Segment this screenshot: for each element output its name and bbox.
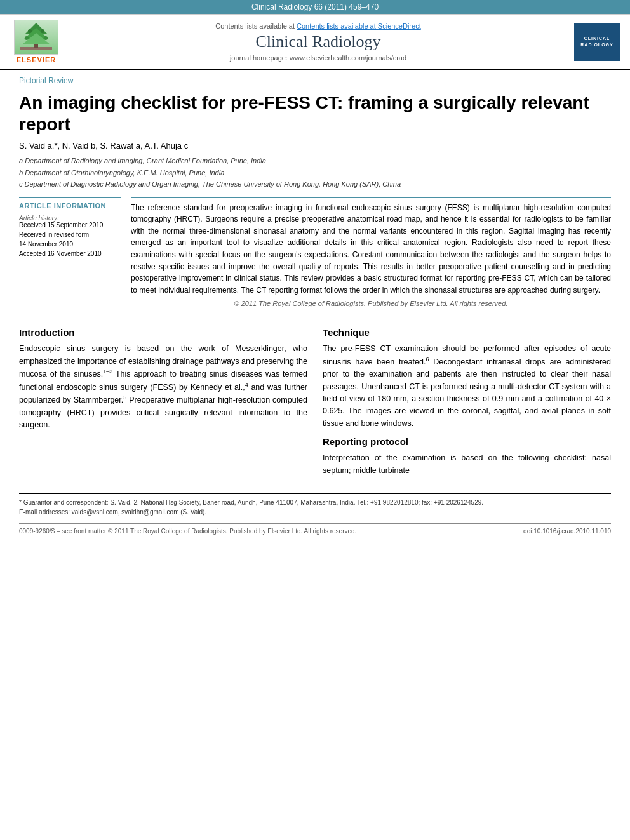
the-word-2: the (502, 453, 513, 462)
guarantor-note: * Guarantor and correspondent: S. Vaid, … (19, 498, 611, 507)
copyright-line: © 2011 The Royal College of Radiologists… (131, 300, 611, 307)
journal-header: ELSEVIER Contents lists available at Con… (0, 14, 630, 70)
footer-notes: * Guarantor and correspondent: S. Vaid, … (19, 493, 611, 517)
article-history-label: Article history: (19, 215, 121, 222)
main-body: Introduction Endoscopic sinus surgery is… (0, 314, 630, 541)
logo-line2: RADIOLOGY (580, 42, 613, 48)
elsevier-tree-svg (17, 22, 55, 53)
article-title: An imaging checklist for pre-FESS CT: fr… (19, 92, 611, 135)
elsevier-logo: ELSEVIER (8, 20, 65, 63)
introduction-heading: Introduction (19, 327, 307, 338)
article-type-label: Pictorial Review (19, 76, 611, 88)
footer-bottom-bar: 0009-9260/$ – see front matter © 2011 Th… (19, 523, 611, 535)
science-direct-link-text[interactable]: Contents lists available at ScienceDirec… (297, 22, 421, 30)
affiliations: a Department of Radiology and Imaging, G… (19, 156, 611, 190)
abstract-text: The reference standard for preoperative … (131, 202, 611, 297)
journal-citation-text: Clinical Radiology 66 (2011) 459–470 (251, 3, 379, 11)
right-body-column: Technique The pre-FESS CT examination sh… (323, 324, 611, 483)
elsevier-tree-icon (14, 20, 58, 55)
reporting-protocol-heading: Reporting protocol (323, 436, 611, 447)
article-info-abstract: ARTICLE INFORMATION Article history: Rec… (19, 197, 611, 308)
affiliation-c: c Department of Diagnostic Radiology and… (19, 179, 611, 190)
article-info-title: ARTICLE INFORMATION (19, 202, 121, 210)
svg-point-7 (25, 36, 29, 40)
reporting-protocol-text: Interpretation of the examination is bas… (323, 452, 611, 477)
journal-citation-bar: Clinical Radiology 66 (2011) 459–470 (0, 0, 630, 14)
introduction-text: Endoscopic sinus surgery is based on the… (19, 343, 307, 431)
svg-point-5 (28, 29, 32, 33)
journal-title: Clinical Radiology (71, 32, 565, 51)
journal-logo-right: CLINICAL RADIOLOGY (572, 23, 622, 61)
author-names: S. Vaid a,*, N. Vaid b, S. Rawat a, A.T.… (19, 141, 188, 150)
journal-homepage-url: journal homepage: www.elsevierhealth.com… (71, 54, 565, 62)
accepted-date: Accepted 16 November 2010 (19, 250, 121, 257)
elsevier-brand-text: ELSEVIER (17, 56, 56, 63)
abstract-column: The reference standard for preoperative … (131, 197, 611, 308)
article-history-column: ARTICLE INFORMATION Article history: Rec… (19, 197, 121, 308)
technique-heading: Technique (323, 327, 611, 338)
doi-text: doi:10.1016/j.crad.2010.11.010 (523, 528, 611, 535)
received-revised-label: Received in revised form (19, 231, 121, 238)
email-note: E-mail addresses: vaids@vsnl.com, svaidh… (19, 507, 611, 517)
left-body-column: Introduction Endoscopic sinus surgery is… (19, 324, 307, 483)
author-list: S. Vaid a,*, N. Vaid b, S. Rawat a, A.T.… (19, 141, 611, 150)
issn-text: 0009-9260/$ – see front matter © 2011 Th… (19, 528, 356, 535)
two-column-body: Introduction Endoscopic sinus surgery is… (19, 324, 611, 483)
logo-line1: CLINICAL (584, 36, 610, 41)
science-direct-line: Contents lists available at Contents lis… (71, 22, 565, 30)
the-word-1: the (386, 453, 397, 462)
svg-point-8 (44, 36, 48, 40)
journal-center: Contents lists available at Contents lis… (71, 22, 565, 62)
technique-text: The pre-FESS CT examination should be pe… (323, 343, 611, 430)
svg-point-6 (41, 29, 44, 33)
affiliation-a: a Department of Radiology and Imaging, G… (19, 156, 611, 166)
based-word: based (461, 453, 483, 462)
article-header-section: Pictorial Review An imaging checklist fo… (0, 70, 630, 314)
clinical-radiology-logo-box: CLINICAL RADIOLOGY (574, 23, 620, 61)
received-revised-date: 14 November 2010 (19, 241, 121, 248)
affiliation-b: b Department of Otorhinolaryngology, K.E… (19, 168, 611, 178)
preoperative-word: Preoperative (129, 396, 174, 404)
received-date-1: Received 15 September 2010 (19, 222, 121, 229)
